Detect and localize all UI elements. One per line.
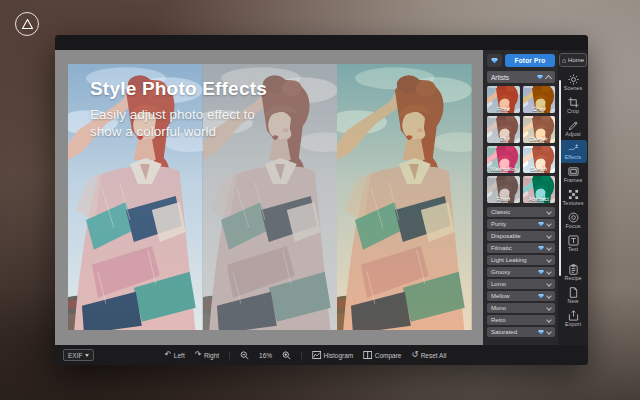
filter-thumbnail[interactable]: Elf: [487, 116, 520, 143]
frame-icon: [568, 166, 579, 177]
tab-focus[interactable]: Focus: [559, 209, 587, 232]
tab-effects[interactable]: Effects: [559, 140, 587, 163]
bottom-toolbar: EXIF ↶Left ↷Right 16% Histogram Compare …: [55, 345, 588, 365]
crop-icon: [568, 97, 579, 108]
chevron-down-icon: [546, 293, 552, 299]
tab-textures[interactable]: Textures: [559, 186, 587, 209]
banner-text: Style Photo Effects Easily adjust photo …: [90, 78, 267, 141]
panel-scrollbar[interactable]: [559, 80, 561, 276]
gem-icon: [538, 330, 544, 335]
fotor-pro-button[interactable]: Fotor Pro: [505, 54, 555, 67]
export-icon: [568, 310, 579, 321]
focus-icon: [568, 212, 579, 223]
gem-icon: [538, 246, 544, 251]
tab-frames[interactable]: Frames: [559, 163, 587, 186]
reset-all-button[interactable]: ↺Reset All: [411, 351, 446, 359]
filter-thumbnail[interactable]: Sketch: [523, 146, 556, 173]
home-icon: ⌂: [562, 57, 566, 64]
scenes-icon: [568, 74, 579, 85]
filter-category-disposable[interactable]: Disposable: [487, 231, 555, 241]
filter-category-groovy[interactable]: Groovy: [487, 267, 555, 277]
zoom-out-icon: [240, 351, 249, 360]
chevron-down-icon: [546, 329, 552, 335]
filter-thumbnail[interactable]: Watercolor: [487, 146, 520, 173]
rotate-left-button[interactable]: ↶Left: [165, 351, 185, 359]
exif-button[interactable]: EXIF: [63, 349, 94, 361]
filter-thumbnail[interactable]: Deeper: [523, 116, 556, 143]
chevron-down-icon: [546, 221, 552, 227]
gem-icon: [537, 75, 543, 80]
banner-subtitle: Easily adjust photo effect toshow a colo…: [90, 106, 267, 141]
filter-thumbnail[interactable]: Crisp: [523, 86, 556, 113]
filter-group-artists[interactable]: Artists: [487, 71, 555, 83]
tab-new[interactable]: New: [559, 284, 587, 307]
zoom-level[interactable]: 16%: [259, 352, 272, 359]
zoom-in-icon: [282, 351, 291, 360]
compare-icon: [363, 351, 372, 359]
filter-category-purity[interactable]: Purity: [487, 219, 555, 229]
effects-wand-icon: [568, 143, 579, 154]
histogram-icon: [312, 351, 321, 359]
gem-icon: [538, 270, 544, 275]
filter-category-lomo[interactable]: Lomo: [487, 279, 555, 289]
photo-variant-warm: [337, 64, 472, 330]
filter-thumbnail[interactable]: Abstract: [523, 176, 556, 203]
filter-category-saturated[interactable]: Saturated: [487, 327, 555, 337]
chevron-down-icon: [546, 305, 552, 311]
pencil-icon: [568, 120, 579, 131]
caret-down-icon: [85, 354, 89, 357]
home-button[interactable]: ⌂ Home: [559, 53, 587, 67]
chevron-down-icon: [546, 245, 552, 251]
photo-canvas[interactable]: Style Photo Effects Easily adjust photo …: [55, 50, 483, 345]
photo-preview-banner: Style Photo Effects Easily adjust photo …: [68, 64, 472, 330]
tab-adjust[interactable]: Adjust: [559, 117, 587, 140]
effects-panel: Fotor Pro Artists Flora Crisp Elf Deeper…: [483, 50, 558, 345]
filter-category-light-leaking[interactable]: Light Leaking: [487, 255, 555, 265]
texture-icon: [568, 189, 579, 200]
filter-category-list: Classic Purity Disposable Filmatic Light…: [487, 207, 555, 337]
filter-thumbnail-grid: Flora Crisp Elf Deeper Watercolor Sketch…: [487, 86, 555, 203]
filter-category-filmatic[interactable]: Filmatic: [487, 243, 555, 253]
recipe-icon: [568, 264, 579, 275]
filter-thumbnail[interactable]: Flora: [487, 86, 520, 113]
filter-group-label: Artists: [491, 74, 537, 81]
filter-category-classic[interactable]: Classic: [487, 207, 555, 217]
chevron-down-icon: [546, 233, 552, 239]
filter-category-mono[interactable]: Mono: [487, 303, 555, 313]
banner-headline: Style Photo Effects: [90, 78, 267, 100]
filter-category-retro[interactable]: Retro: [487, 315, 555, 325]
fotor-app-window: Style Photo Effects Easily adjust photo …: [55, 35, 588, 365]
filter-category-mellow[interactable]: Mellow: [487, 291, 555, 301]
rotate-right-icon: ↷: [195, 351, 202, 359]
window-titlebar[interactable]: [55, 35, 588, 50]
tab-scenes[interactable]: Scenes: [559, 71, 587, 94]
chevron-down-icon: [546, 281, 552, 287]
zoom-out-button[interactable]: [240, 351, 249, 360]
chevron-down-icon: [546, 317, 552, 323]
divider: [301, 351, 302, 359]
pro-gem-button[interactable]: [487, 54, 502, 67]
chevron-down-icon: [546, 269, 552, 275]
rotate-right-button[interactable]: ↷Right: [195, 351, 219, 359]
chevron-down-icon: [546, 257, 552, 263]
text-icon: [568, 235, 579, 246]
chevron-down-icon: [546, 209, 552, 215]
tab-crop[interactable]: Crop: [559, 94, 587, 117]
gem-icon: [538, 222, 544, 227]
new-file-icon: [568, 287, 579, 298]
histogram-button[interactable]: Histogram: [312, 351, 353, 359]
gem-icon: [538, 294, 544, 299]
compare-button[interactable]: Compare: [363, 351, 401, 359]
tool-rail: ⌂ Home Scenes Crop Adjust Effects: [558, 50, 588, 345]
zoom-in-button[interactable]: [282, 351, 291, 360]
system-logo-icon[interactable]: [15, 12, 39, 36]
tab-recipe[interactable]: Recipe: [559, 261, 587, 284]
divider: [229, 351, 230, 359]
reset-icon: ↺: [411, 351, 418, 359]
tab-text[interactable]: Text: [559, 232, 587, 255]
chevron-up-icon: [545, 74, 552, 81]
tab-export[interactable]: Export: [559, 307, 587, 330]
rotate-left-icon: ↶: [165, 351, 172, 359]
filter-thumbnail[interactable]: Flash: [487, 176, 520, 203]
gem-icon: [491, 58, 498, 64]
